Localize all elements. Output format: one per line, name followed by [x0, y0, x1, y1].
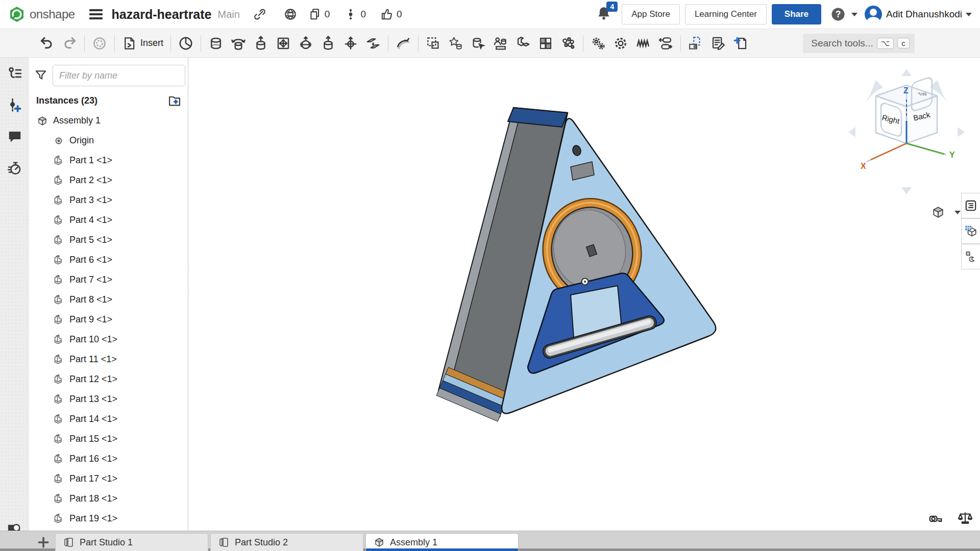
circular-pattern-button[interactable] — [557, 34, 579, 53]
tree-item-part-4-1[interactable]: Part 4 <1> — [29, 210, 188, 230]
undo-button[interactable] — [36, 34, 58, 53]
linear-pattern-button[interactable] — [534, 34, 557, 53]
y-axis-label: Y — [949, 151, 955, 159]
tab-part-studio-1[interactable]: Part Studio 1 — [55, 533, 208, 551]
tree-item-part-19-1[interactable]: Part 19 <1> — [29, 509, 188, 529]
bom-button[interactable] — [729, 34, 752, 53]
tree-item-part-8-1[interactable]: Part 8 <1> — [29, 290, 188, 310]
history-icon[interactable] — [0, 153, 29, 184]
interference-button[interactable] — [684, 34, 707, 53]
tangent-mate-button[interactable] — [392, 34, 414, 53]
main-menu-icon[interactable] — [89, 9, 103, 19]
instances-label: Instances (23) — [36, 95, 97, 106]
tree-item-part-2-1[interactable]: Part 2 <1> — [29, 170, 188, 190]
down-arrow — [901, 187, 912, 194]
tree-item-origin[interactable]: Origin — [29, 131, 188, 151]
create-version-icon[interactable] — [0, 89, 29, 121]
tree-item-part-6-1[interactable]: Part 6 <1> — [29, 250, 188, 270]
copies-icon — [308, 8, 322, 21]
tree-item-part-14-1[interactable]: Part 14 <1> — [29, 409, 188, 429]
mate-button[interactable] — [175, 34, 197, 53]
gear-relation-button[interactable] — [609, 34, 632, 53]
insert-button[interactable]: Insert — [118, 34, 167, 53]
drawing-button[interactable] — [707, 34, 729, 53]
snapshot-button[interactable] — [512, 34, 534, 53]
ball-mate-button[interactable] — [295, 34, 317, 53]
graphics-viewport[interactable]: Right Back Top X Y Z — [189, 58, 980, 531]
tree-item-part-12-1[interactable]: Part 12 <1> — [29, 369, 188, 389]
dashed-sq-icon — [426, 36, 441, 51]
add-folder-icon[interactable] — [167, 93, 182, 108]
comments-icon[interactable] — [0, 121, 29, 153]
configurations-panel-icon[interactable] — [961, 244, 980, 269]
search-tools-input[interactable]: Search tools... ⌥ c — [803, 34, 915, 53]
pin-slot-mate-button[interactable] — [339, 34, 362, 53]
rack-relation-button[interactable] — [632, 34, 654, 53]
measure-icon[interactable] — [928, 510, 943, 525]
tree-item-assembly-1[interactable]: Assembly 1 — [29, 111, 188, 131]
dashed-blue-icon — [688, 36, 703, 51]
cylindrical-mate-button[interactable] — [317, 34, 339, 53]
help-menu[interactable] — [830, 7, 857, 22]
named-positions-button[interactable] — [489, 34, 512, 53]
exploded-view-button[interactable] — [587, 34, 609, 53]
tab-assembly-1[interactable]: Assembly 1 — [365, 533, 519, 551]
likes-count[interactable]: 0 — [380, 8, 402, 21]
transform-button[interactable] — [467, 34, 489, 53]
tree-item-part-1-1[interactable]: Part 1 <1> — [29, 151, 188, 170]
slider-mate-button[interactable] — [250, 34, 272, 53]
user-name[interactable]: Adit Dhanushkodi — [886, 9, 962, 20]
assembly-model[interactable] — [424, 99, 750, 446]
learning-center-button[interactable]: Learning Center — [685, 4, 767, 24]
feature-outline-panel-icon[interactable] — [961, 193, 980, 218]
view-mode-selector[interactable] — [930, 205, 961, 220]
cyl-up-icon — [253, 36, 268, 51]
tree-item-part-16-1[interactable]: Part 16 <1> — [29, 449, 188, 469]
chevron-down-icon — [851, 13, 857, 16]
tree-item-part-7-1[interactable]: Part 7 <1> — [29, 270, 188, 290]
mass-properties-icon[interactable] — [958, 510, 973, 525]
tree-item-part-11-1[interactable]: Part 11 <1> — [29, 349, 188, 369]
tab-part-studio-2[interactable]: Part Studio 2 — [210, 533, 363, 551]
copies-count[interactable]: 0 — [308, 8, 330, 21]
avatar[interactable] — [865, 6, 882, 23]
tree-item-part-17-1[interactable]: Part 17 <1> — [29, 469, 188, 489]
feature-list-icon[interactable] — [0, 58, 29, 89]
redo-button[interactable] — [58, 34, 81, 53]
user-menu-chevron-icon[interactable] — [966, 13, 972, 16]
cyl-up-icon — [321, 36, 336, 51]
rollback-button[interactable] — [88, 34, 111, 53]
tree-item-part-15-1[interactable]: Part 15 <1> — [29, 429, 188, 449]
part-icon — [53, 254, 65, 266]
fastened-mate-button[interactable] — [205, 34, 227, 53]
add-tab-button[interactable] — [32, 533, 55, 551]
filter-icon[interactable] — [34, 69, 47, 82]
tree-item-part-3-1[interactable]: Part 3 <1> — [29, 190, 188, 210]
belt-relation-button[interactable] — [654, 34, 677, 53]
view-cube-icon — [930, 205, 946, 220]
tree-item-part-9-1[interactable]: Part 9 <1> — [29, 310, 188, 330]
view-cube[interactable]: Right Back Top X Y Z — [844, 67, 969, 197]
instances-tree: Assembly 1OriginPart 1 <1>Part 2 <1>Part… — [29, 109, 188, 529]
pie-icon — [178, 36, 193, 51]
share-button[interactable]: Share — [772, 4, 821, 24]
planar-mate-button[interactable] — [272, 34, 295, 53]
filter-input[interactable] — [53, 65, 185, 86]
tree-item-part-13-1[interactable]: Part 13 <1> — [29, 389, 188, 409]
bom-panel-icon[interactable] — [961, 218, 980, 244]
revolute-mate-button[interactable] — [227, 34, 250, 53]
onshape-logo[interactable]: onshape — [0, 6, 82, 23]
share-link-icon[interactable] — [253, 8, 266, 21]
tree-item-part-10-1[interactable]: Part 10 <1> — [29, 330, 188, 349]
insert-in-context-button[interactable] — [445, 34, 467, 53]
parallel-mate-button[interactable] — [362, 34, 384, 53]
branches-count[interactable]: 0 — [344, 8, 366, 21]
edit-in-context-button[interactable] — [422, 34, 445, 53]
app-store-button[interactable]: App Store — [622, 4, 680, 24]
tree-item-part-18-1[interactable]: Part 18 <1> — [29, 489, 188, 509]
notifications-button[interactable]: 4 — [596, 6, 611, 23]
workspace-branch[interactable]: Main — [218, 9, 240, 20]
shortcut-alt-key: ⌥ — [877, 38, 894, 49]
tree-item-part-5-1[interactable]: Part 5 <1> — [29, 230, 188, 250]
public-globe-icon[interactable] — [284, 8, 297, 21]
